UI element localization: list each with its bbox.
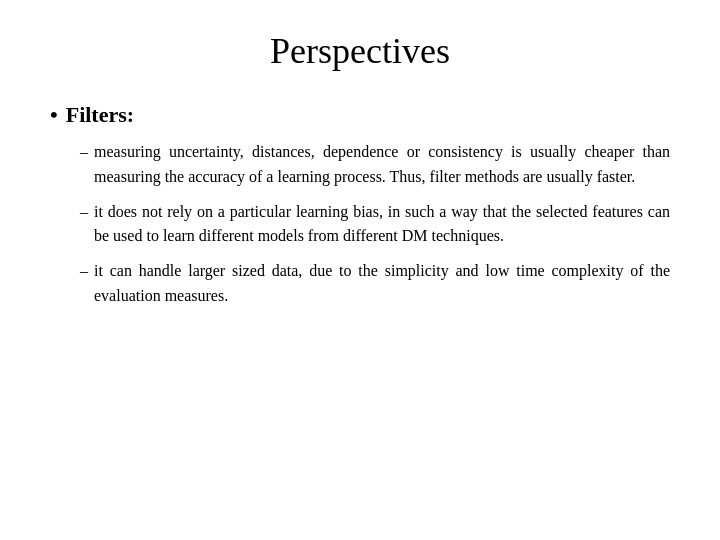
dash-symbol-2: – [80,200,88,225]
dash-text-3: it can handle larger sized data, due to … [94,259,670,309]
dash-text-1: measuring uncertainty, distances, depend… [94,140,670,190]
bullet-filters: • Filters: [50,102,670,128]
dash-symbol-3: – [80,259,88,284]
list-item: – it does not rely on a particular learn… [80,200,670,250]
list-item: – it can handle larger sized data, due t… [80,259,670,309]
page-title: Perspectives [50,30,670,72]
bullet-dot: • [50,102,58,128]
bullet-label: Filters: [66,102,134,128]
dash-text-2: it does not rely on a particular learnin… [94,200,670,250]
dash-list: – measuring uncertainty, distances, depe… [80,140,670,309]
list-item: – measuring uncertainty, distances, depe… [80,140,670,190]
dash-symbol-1: – [80,140,88,165]
content-area: • Filters: – measuring uncertainty, dist… [50,102,670,319]
